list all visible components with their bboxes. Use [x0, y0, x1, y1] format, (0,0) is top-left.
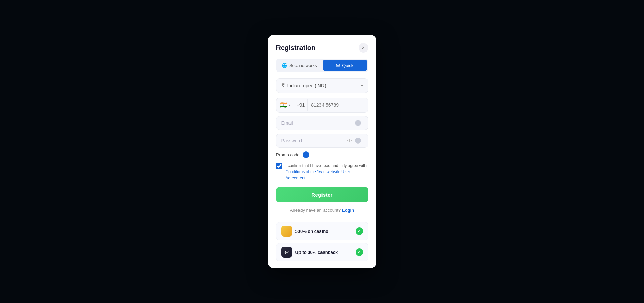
tab-quick-label: Quick — [342, 63, 353, 68]
agree-label: I confirm that I have read and fully agr… — [286, 163, 368, 181]
tab-switcher: 🌐 Soc. networks ✉ Quick — [276, 59, 368, 72]
registration-modal: Registration × 🌐 Soc. networks ✉ Quick ₹… — [268, 35, 376, 268]
country-selector[interactable]: 🇮🇳 ▾ — [276, 98, 294, 112]
cashback-bonus-check: ✓ — [356, 248, 363, 256]
agree-checkbox[interactable] — [276, 163, 282, 169]
agree-text: I confirm that I have read and fully agr… — [286, 163, 367, 168]
modal-header: Registration × — [276, 43, 368, 53]
bonus-cashback-card: ↩ Up to 30% cashback ✓ — [276, 243, 368, 261]
promo-row: Promo code + — [276, 151, 368, 158]
cashback-bonus-icon: ↩ — [281, 247, 292, 258]
modal-title: Registration — [276, 44, 316, 52]
chevron-down-icon: ▾ — [361, 83, 363, 88]
phone-input-row: 🇮🇳 ▾ +91 i — [276, 98, 368, 113]
casino-bonus-icon: 🏛 — [281, 226, 292, 237]
already-text: Already have an account? — [290, 208, 341, 213]
casino-bonus-label: 500% on casino — [295, 229, 329, 234]
close-button[interactable]: × — [359, 43, 368, 53]
terms-link[interactable]: Conditions of the 1win website User Agre… — [286, 169, 350, 180]
email-input[interactable] — [281, 116, 355, 130]
tab-soc-networks-label: Soc. networks — [289, 63, 317, 68]
cashback-bonus-label: Up to 30% cashback — [295, 250, 338, 255]
password-icons: 👁 i — [347, 138, 364, 144]
currency-symbol: ₹ — [281, 82, 285, 89]
promo-label: Promo code — [276, 152, 300, 157]
register-button[interactable]: Register — [276, 187, 368, 202]
checkbox-row: I confirm that I have read and fully agr… — [276, 163, 368, 181]
modal-backdrop: Registration × 🌐 Soc. networks ✉ Quick ₹… — [0, 0, 644, 303]
currency-dropdown[interactable]: ₹ Indian rupee (INR) ▾ — [276, 78, 368, 93]
bonus-cashback-left: ↩ Up to 30% cashback — [281, 247, 338, 258]
login-link[interactable]: Login — [342, 208, 354, 213]
email-info-icon[interactable]: i — [355, 120, 361, 126]
currency-label: Indian rupee (INR) — [287, 83, 326, 88]
flag-icon: 🇮🇳 — [280, 101, 287, 109]
bonus-casino-card: 🏛 500% on casino ✓ — [276, 222, 368, 240]
quick-icon: ✉ — [336, 63, 340, 68]
login-row: Already have an account? Login — [276, 208, 368, 213]
promo-add-button[interactable]: + — [303, 151, 309, 158]
tab-soc-networks[interactable]: 🌐 Soc. networks — [277, 60, 322, 71]
phone-input[interactable] — [308, 99, 368, 111]
tab-quick[interactable]: ✉ Quick — [323, 60, 367, 71]
currency-left: ₹ Indian rupee (INR) — [281, 82, 326, 89]
email-input-row: i — [276, 116, 368, 130]
bonus-casino-left: 🏛 500% on casino — [281, 226, 329, 237]
phone-code: +91 — [294, 99, 308, 111]
casino-bonus-check: ✓ — [356, 227, 363, 235]
bonus-cards: 🏛 500% on casino ✓ ↩ Up to 30% cashback … — [276, 218, 368, 261]
eye-icon[interactable]: 👁 — [347, 138, 352, 144]
password-input-row: 👁 i — [276, 134, 368, 148]
password-info-icon[interactable]: i — [355, 138, 361, 144]
soc-networks-icon: 🌐 — [282, 63, 287, 68]
password-input[interactable] — [281, 134, 347, 147]
country-chevron-icon: ▾ — [289, 103, 290, 107]
